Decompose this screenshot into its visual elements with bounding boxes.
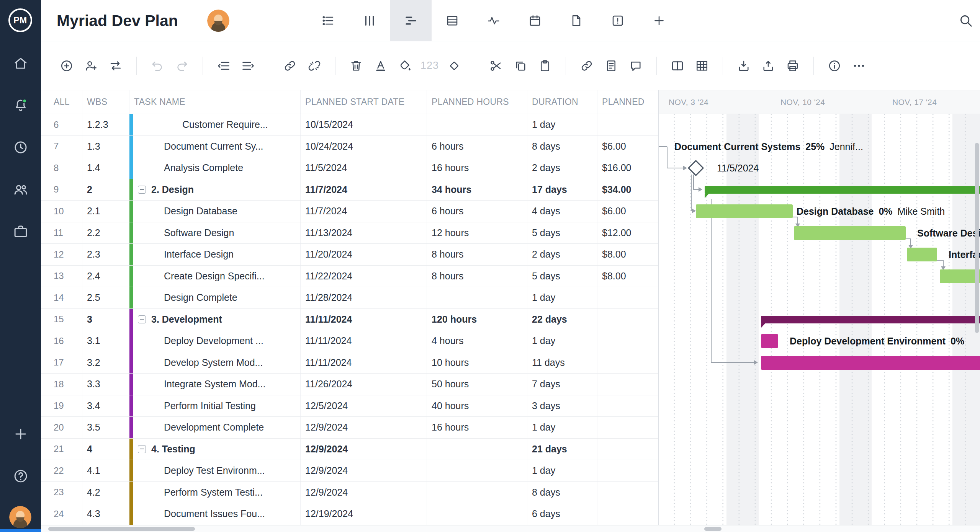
add-task-button[interactable] — [56, 55, 77, 77]
comment-button[interactable] — [625, 55, 646, 77]
unlink-tasks-button[interactable] — [304, 55, 325, 77]
task-name-cell: Interface Design — [129, 244, 301, 265]
indent-button[interactable] — [237, 55, 259, 77]
sidebar-team-button[interactable] — [13, 181, 29, 197]
column-header-wbs[interactable]: WBS — [82, 90, 129, 114]
table-row[interactable]: 163.1Deploy Development ...11/11/20244 h… — [41, 330, 658, 352]
milestone-button[interactable] — [443, 55, 465, 77]
table-row[interactable]: 81.4Analysis Complete11/5/202416 hours2 … — [41, 157, 658, 179]
numbers-button[interactable]: 123 — [419, 55, 440, 77]
column-header-duration[interactable]: DURATION — [527, 90, 597, 114]
sidebar-help-button[interactable] — [13, 468, 29, 484]
gantt-task-bar[interactable] — [940, 269, 980, 283]
table-row[interactable]: 132.4Create Design Specifi...11/22/20248… — [41, 266, 658, 287]
sidebar-notifications-button[interactable] — [13, 97, 29, 113]
swap-button[interactable] — [105, 55, 126, 77]
collapse-toggle-icon[interactable] — [138, 186, 146, 194]
table-row[interactable]: 922. Design11/7/202434 hours17 days$34.0… — [41, 179, 658, 201]
tab-activity[interactable] — [473, 0, 514, 41]
table-row[interactable]: 112.2Software Design11/13/202412 hours5 … — [41, 222, 658, 244]
undo-button[interactable] — [147, 55, 168, 77]
fill-color-button[interactable] — [394, 55, 416, 77]
table-row[interactable]: 234.2Perform System Testi...12/9/20248 d… — [41, 482, 658, 504]
table-row[interactable]: 61.2.3Customer Require...10/15/20241 day — [41, 114, 658, 136]
sidebar: PM — [0, 0, 41, 532]
row-number: 24 — [41, 503, 82, 525]
notes-icon — [604, 59, 618, 73]
toolbar-group — [147, 55, 193, 77]
table-row[interactable]: 173.2Develop System Mod...11/11/202410 h… — [41, 352, 658, 374]
tab-calendar[interactable] — [514, 0, 556, 41]
redo-button[interactable] — [171, 55, 193, 77]
import-button[interactable] — [733, 55, 754, 77]
table-row[interactable]: 2144. Testing12/9/202421 days — [41, 439, 658, 460]
app-logo[interactable]: PM — [8, 8, 32, 32]
task-name-cell: Deploy Test Environm... — [129, 460, 301, 481]
cell-duration: 22 days — [527, 309, 597, 330]
assign-user-button[interactable] — [80, 55, 102, 77]
tab-sheet[interactable] — [432, 0, 473, 41]
gantt-task-bar[interactable] — [696, 204, 793, 218]
tab-add-view[interactable] — [638, 0, 680, 41]
sidebar-history-button[interactable] — [13, 139, 29, 155]
copy-button[interactable] — [510, 55, 531, 77]
search-icon[interactable] — [959, 13, 973, 28]
tab-issues[interactable] — [597, 0, 638, 41]
cell-hours — [427, 287, 527, 308]
outdent-button[interactable] — [213, 55, 234, 77]
sidebar-portfolio-button[interactable] — [13, 224, 29, 240]
notes-button[interactable] — [600, 55, 622, 77]
grid-button[interactable] — [691, 55, 713, 77]
column-header-all[interactable]: ALL — [41, 90, 82, 114]
vertical-scrollbar[interactable] — [975, 143, 979, 333]
table-row[interactable]: 193.4Perform Initial Testing12/5/202440 … — [41, 395, 658, 417]
table-row[interactable]: 142.5Design Complete11/28/20241 day — [41, 287, 658, 309]
table-row[interactable]: 224.1Deploy Test Environm...12/9/20241 d… — [41, 460, 658, 482]
column-header-task-name[interactable]: TASK NAME — [129, 90, 301, 114]
gantt-horizontal-scrollbar[interactable] — [704, 527, 722, 531]
gantt-task-bar[interactable] — [907, 248, 937, 261]
gantt-task-bar[interactable] — [761, 334, 778, 348]
more-button[interactable] — [848, 55, 870, 77]
sidebar-home-button[interactable] — [13, 55, 29, 71]
attachment-button[interactable] — [576, 55, 597, 77]
font-color-button[interactable] — [370, 55, 391, 77]
link-tasks-button[interactable] — [279, 55, 301, 77]
table-horizontal-scrollbar[interactable] — [48, 527, 195, 531]
collapse-toggle-icon[interactable] — [138, 445, 146, 453]
task-name-cell: Perform Initial Testing — [129, 395, 301, 417]
print-button[interactable] — [782, 55, 803, 77]
row-number: 8 — [41, 157, 82, 179]
delete-button[interactable] — [345, 55, 367, 77]
tab-list[interactable] — [308, 0, 349, 41]
export-button[interactable] — [757, 55, 779, 77]
tab-board[interactable] — [349, 0, 390, 41]
table-row[interactable]: 203.5Development Complete12/9/202416 hou… — [41, 417, 658, 439]
collapse-toggle-icon[interactable] — [138, 315, 146, 323]
table-row[interactable]: 102.1Design Database11/7/20246 hours4 da… — [41, 201, 658, 222]
cut-button[interactable] — [485, 55, 507, 77]
table-row[interactable]: 244.3Document Issues Fou...12/19/20246 d… — [41, 503, 658, 525]
gantt-summary-bar[interactable] — [761, 316, 980, 323]
table-row[interactable]: 122.3Interface Design11/20/20248 hours2 … — [41, 244, 658, 266]
user-avatar[interactable] — [9, 506, 31, 528]
column-header-planned-start-date[interactable]: PLANNED START DATE — [301, 90, 427, 114]
column-header-planned-cost[interactable]: PLANNED — [597, 90, 658, 114]
table-row[interactable]: 183.3Integrate System Mod...11/26/202450… — [41, 374, 658, 395]
task-color-strip — [129, 417, 133, 438]
paste-button[interactable] — [534, 55, 556, 77]
table-row[interactable]: 1533. Development11/11/2024120 hours22 d… — [41, 309, 658, 331]
gantt-task-bar[interactable] — [794, 226, 906, 240]
tab-gantt[interactable] — [390, 0, 432, 41]
gantt-summary-bar[interactable] — [705, 186, 980, 194]
task-color-strip — [129, 439, 133, 460]
column-header-planned-hours[interactable]: PLANNED HOURS — [427, 90, 527, 114]
gantt-task-bar[interactable] — [761, 356, 980, 370]
table-row[interactable]: 71.3Document Current Sy...10/24/20246 ho… — [41, 136, 658, 158]
project-owner-avatar[interactable] — [207, 10, 229, 32]
split-view-button[interactable] — [667, 55, 688, 77]
task-name: Develop System Mod... — [129, 357, 263, 368]
tab-doc[interactable] — [556, 0, 597, 41]
sidebar-add-button[interactable] — [13, 426, 29, 442]
info-button[interactable] — [824, 55, 845, 77]
